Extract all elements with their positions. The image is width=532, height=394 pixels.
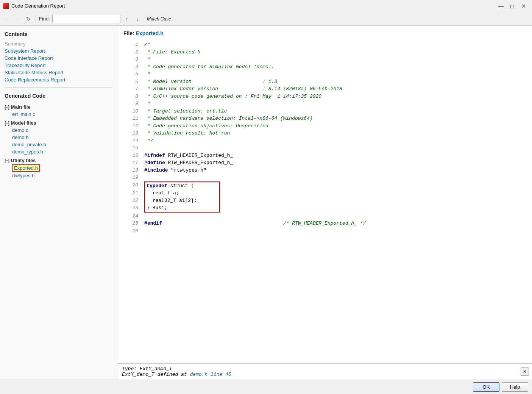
find-down-button[interactable]: ↓ xyxy=(133,15,142,23)
table-row: 6 * Model version : 1.3 xyxy=(123,78,526,86)
code-line-cell: * File: Exported.h xyxy=(144,48,526,56)
code-line-cell: * Validation result: Not run xyxy=(144,130,526,137)
table-row: 22 real32_T a1[2]; xyxy=(123,197,526,205)
match-case-button[interactable]: Match Case xyxy=(144,16,174,22)
refresh-button[interactable]: ↻ xyxy=(24,15,33,23)
exported-h-active-link[interactable]: Exported.h xyxy=(12,164,40,172)
code-interface-report-link[interactable]: Code Interface Report xyxy=(5,55,112,62)
table-row: 20typedef struct { xyxy=(123,181,526,190)
table-row: 23} Bus1; xyxy=(123,204,526,213)
line-number: 12 xyxy=(123,122,144,130)
back-button[interactable]: ← xyxy=(3,15,11,23)
file-label: File: xyxy=(123,30,134,36)
table-row: 8 * C/C++ source code generated on : Fri… xyxy=(123,93,526,100)
code-line-cell: * Model version : 1.3 xyxy=(144,78,526,86)
line-number: 10 xyxy=(123,108,144,115)
app-icon xyxy=(3,3,9,9)
code-line-cell: * Simulink Coder version : 8.14 (R2018a)… xyxy=(144,85,526,93)
demo-h-link[interactable]: demo.h xyxy=(12,134,112,141)
code-line-cell: * xyxy=(144,56,526,63)
find-up-button[interactable]: ↑ xyxy=(123,15,131,23)
table-row: 12 * Code generation objectives: Unspeci… xyxy=(123,122,526,130)
code-line-cell xyxy=(144,213,526,220)
table-row: 2 * File: Exported.h xyxy=(123,48,526,56)
code-line-cell: /* xyxy=(144,41,526,48)
table-row: 24 xyxy=(123,213,526,220)
code-line-cell: #include "rtwtypes.h" xyxy=(144,167,526,174)
forward-button[interactable]: → xyxy=(14,15,22,23)
status-defined-at: ExtY_demo_T xyxy=(122,372,154,377)
model-files-collapse[interactable]: [-] Model files xyxy=(5,120,112,126)
bottom-bar: OK Help xyxy=(0,380,532,394)
utility-files-collapse[interactable]: [-] Utility files xyxy=(5,158,112,163)
code-line-cell: * xyxy=(144,70,526,78)
close-button[interactable]: ✕ xyxy=(518,2,529,11)
file-header: File: Exported.h xyxy=(123,30,526,36)
line-number: 5 xyxy=(123,70,144,78)
line-number: 4 xyxy=(123,63,144,71)
line-number: 22 xyxy=(123,197,144,205)
line-number: 24 xyxy=(123,213,144,220)
ok-button[interactable]: OK xyxy=(473,382,499,392)
line-number: 21 xyxy=(123,189,144,197)
table-row: 5 * xyxy=(123,70,526,78)
line-number: 26 xyxy=(123,227,144,235)
file-name-link[interactable]: Exported.h xyxy=(136,30,164,36)
line-number: 3 xyxy=(123,56,144,63)
code-line-cell: real_T a; xyxy=(144,189,526,197)
code-replacements-link[interactable]: Code Replacements Report xyxy=(5,76,112,83)
window-controls: — ◻ ✕ xyxy=(496,2,529,11)
main-file-label: [-] Main file xyxy=(5,104,31,110)
status-close-button[interactable]: ✕ xyxy=(521,367,529,376)
table-row: 18#include "rtwtypes.h" xyxy=(123,167,526,174)
table-row: 4 * Code generated for Simulink model 'd… xyxy=(123,63,526,71)
status-defined-link[interactable]: demo.h line 45 xyxy=(190,372,231,377)
demo-private-h-link[interactable]: demo_private.h xyxy=(12,141,112,148)
help-button[interactable]: Help xyxy=(502,382,528,392)
ert-main-link[interactable]: ert_main.c xyxy=(12,111,112,118)
code-line-cell: */ xyxy=(144,137,526,145)
sidebar: Contents Summary Subsystem Report Code I… xyxy=(0,26,117,380)
code-line-cell: } Bus1; xyxy=(144,204,526,213)
code-line-cell: #ifndef RTW_HEADER_Exported_h_ xyxy=(144,152,526,159)
table-row: 13 * Validation result: Not run xyxy=(123,130,526,137)
toolbar: ← → ↻ Find: ↑ ↓ Match Case xyxy=(0,12,532,26)
status-type-name: ExtY_demo_T xyxy=(140,366,172,372)
table-row: 19 xyxy=(123,174,526,181)
demo-types-h-link[interactable]: demo_types.h xyxy=(12,148,112,155)
table-row: 15 xyxy=(123,144,526,152)
utility-files-label: [-] Utility files xyxy=(5,158,36,163)
status-bar: Type: ExtY_demo_T ExtY_demo_T defined at… xyxy=(117,363,532,380)
code-line-cell xyxy=(144,144,526,152)
find-label: Find: xyxy=(39,16,50,22)
table-row: 1/* xyxy=(123,41,526,48)
code-line-cell: #endif/* RTW_HEADER_Exported_h_ */ xyxy=(144,220,526,227)
maximize-button[interactable]: ◻ xyxy=(507,2,518,11)
main-file-collapse[interactable]: [-] Main file xyxy=(5,104,112,110)
find-input[interactable] xyxy=(52,15,120,23)
static-code-metrics-link[interactable]: Static Code Metrics Report xyxy=(5,69,112,76)
table-row: 3 * xyxy=(123,56,526,63)
sidebar-divider-1 xyxy=(5,87,112,88)
rtwtypes-h-link[interactable]: rtwtypes.h xyxy=(12,172,112,179)
minimize-button[interactable]: — xyxy=(496,2,506,11)
line-number: 18 xyxy=(123,167,144,174)
status-defined-text: defined at xyxy=(158,372,190,377)
summary-link[interactable]: Summary xyxy=(5,40,112,47)
code-line-cell: * Code generation objectives: Unspecifie… xyxy=(144,122,526,130)
line-number: 16 xyxy=(123,152,144,159)
code-line-cell: * xyxy=(144,100,526,108)
subsystem-report-link[interactable]: Subsystem Report xyxy=(5,47,112,55)
code-line-cell: typedef struct { xyxy=(144,181,526,190)
code-content: File: Exported.h 1/*2 * File: Exported.h… xyxy=(117,26,532,239)
demo-c-link[interactable]: demo.c xyxy=(12,127,112,134)
line-number: 1 xyxy=(123,41,144,48)
generated-code-title: Generated Code xyxy=(5,93,112,99)
traceability-report-link[interactable]: Traceability Report xyxy=(5,62,112,69)
table-row: 11 * Embedded hardware selection: Intel-… xyxy=(123,115,526,122)
line-number: 20 xyxy=(123,181,144,190)
main-layout: Contents Summary Subsystem Report Code I… xyxy=(0,26,532,380)
line-number: 25 xyxy=(123,220,144,227)
line-number: 14 xyxy=(123,137,144,145)
code-scroll[interactable]: File: Exported.h 1/*2 * File: Exported.h… xyxy=(117,26,532,363)
